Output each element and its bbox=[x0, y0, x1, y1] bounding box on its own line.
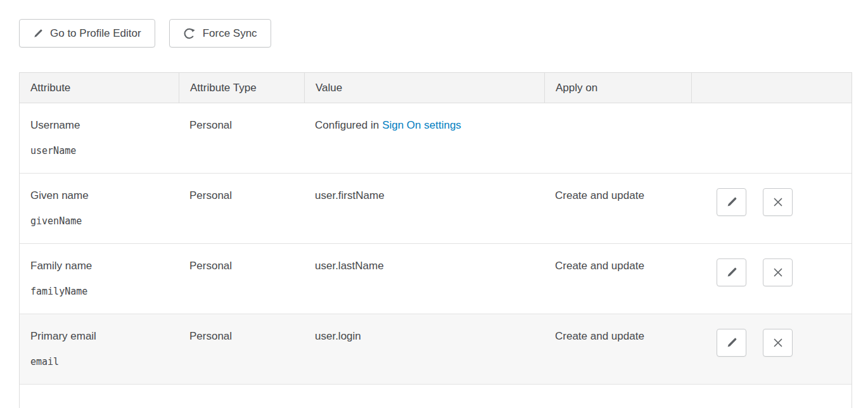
close-icon bbox=[772, 337, 784, 348]
attribute-cell: Given name givenName bbox=[20, 174, 179, 243]
value-cell: user.login bbox=[304, 314, 544, 384]
value-cell: Configured inSign On settings bbox=[304, 103, 544, 173]
attribute-cell: Primary email email bbox=[20, 314, 179, 384]
close-icon bbox=[772, 196, 784, 208]
delete-mapping-button[interactable] bbox=[763, 258, 793, 286]
value-text: Configured in bbox=[315, 119, 379, 131]
table-body: Username userName Personal Configured in… bbox=[20, 103, 852, 408]
attribute-cell: Username userName bbox=[20, 103, 179, 173]
attribute-mappings-table: Attribute Attribute Type Value Apply on … bbox=[19, 72, 852, 408]
delete-mapping-button[interactable] bbox=[763, 329, 793, 357]
header-attribute: Attribute bbox=[20, 73, 179, 103]
attribute-label: Primary email bbox=[30, 329, 170, 343]
apply-on-cell: Create and update bbox=[544, 314, 691, 384]
pencil-icon bbox=[726, 196, 737, 208]
actions-cell bbox=[691, 314, 852, 384]
attribute-label: Given name bbox=[30, 189, 170, 202]
attribute-type-cell: Personal bbox=[179, 314, 304, 384]
actions-cell bbox=[691, 174, 852, 243]
header-apply-on: Apply on bbox=[544, 73, 691, 103]
value-cell: user.lastName bbox=[304, 244, 544, 314]
header-value: Value bbox=[304, 73, 544, 103]
table-row-family-name: Family name familyName Personal user.las… bbox=[20, 244, 852, 314]
table-row-given-name: Given name givenName Personal user.first… bbox=[20, 174, 852, 244]
force-sync-label: Force Sync bbox=[203, 27, 257, 40]
actions-cell bbox=[691, 244, 852, 314]
close-icon bbox=[772, 267, 784, 278]
edit-mapping-button[interactable] bbox=[717, 188, 746, 216]
apply-on-cell bbox=[544, 103, 691, 173]
delete-mapping-button[interactable] bbox=[763, 188, 793, 216]
attribute-variable: givenName bbox=[30, 215, 170, 227]
header-attribute-type: Attribute Type bbox=[179, 73, 304, 103]
attribute-type-cell: Personal bbox=[179, 103, 304, 173]
value-cell: user.firstName bbox=[304, 174, 544, 243]
actions-cell bbox=[691, 103, 852, 173]
attribute-variable: email bbox=[30, 356, 170, 368]
pencil-icon bbox=[726, 267, 737, 278]
apply-on-cell: Create and update bbox=[544, 174, 691, 243]
apply-on-cell: Create and update bbox=[544, 244, 691, 314]
go-to-profile-editor-label: Go to Profile Editor bbox=[50, 27, 141, 40]
attribute-cell: Family name familyName bbox=[20, 244, 179, 314]
sign-on-settings-link[interactable]: Sign On settings bbox=[382, 119, 461, 131]
sync-icon bbox=[183, 27, 196, 40]
attribute-type-cell: Personal bbox=[179, 244, 304, 314]
attribute-variable: familyName bbox=[30, 286, 170, 298]
table-header-row: Attribute Attribute Type Value Apply on bbox=[20, 73, 852, 103]
attribute-label: Family name bbox=[30, 259, 170, 272]
toolbar: Go to Profile Editor Force Sync bbox=[19, 19, 849, 48]
edit-mapping-button[interactable] bbox=[717, 329, 746, 357]
header-actions bbox=[691, 73, 852, 103]
table-row-primary-email: Primary email email Personal user.login … bbox=[20, 314, 852, 385]
edit-mapping-button[interactable] bbox=[717, 258, 746, 286]
pencil-icon bbox=[726, 337, 737, 348]
force-sync-button[interactable]: Force Sync bbox=[169, 19, 271, 48]
pencil-icon bbox=[33, 29, 43, 39]
table-row-username: Username userName Personal Configured in… bbox=[20, 103, 852, 174]
attribute-variable: userName bbox=[30, 145, 170, 157]
go-to-profile-editor-button[interactable]: Go to Profile Editor bbox=[19, 19, 155, 48]
table-row-empty bbox=[20, 385, 852, 408]
attribute-mappings-page: Go to Profile Editor Force Sync Attribut… bbox=[0, 0, 868, 408]
attribute-label: Username bbox=[30, 118, 170, 132]
attribute-type-cell: Personal bbox=[179, 174, 304, 243]
